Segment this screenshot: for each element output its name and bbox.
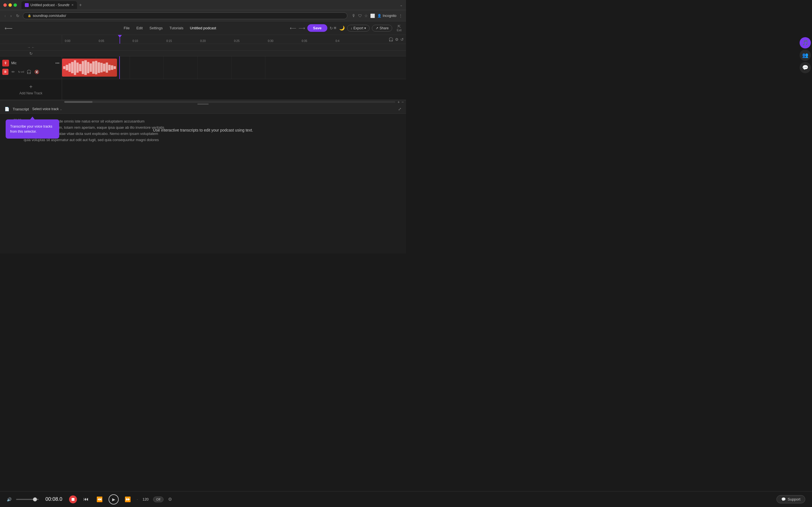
reload-button[interactable]: ↻ — [15, 13, 20, 18]
address-field[interactable]: 🔒 soundtrap.com/studio/ — [23, 12, 347, 19]
save-button[interactable]: Save — [307, 24, 327, 32]
add-track-label: Add New Track — [19, 91, 42, 95]
close-window-button[interactable] — [3, 3, 7, 7]
ruler-mark-6: 0:30 — [268, 40, 302, 43]
tooltip-triangle — [30, 117, 35, 119]
screenshot-icon[interactable]: ⬜ — [370, 13, 375, 18]
settings-icon[interactable]: ⚙ — [395, 37, 399, 42]
timeline-ruler[interactable]: 0:00 0:05 0:10 0:15 0:20 0:25 0:30 0:35 … — [62, 35, 384, 44]
playhead-track-line — [119, 56, 120, 79]
transcript-content-area[interactable]: 00:00 Sed ut perspiciatis unde omnis ist… — [0, 114, 406, 253]
add-track-plus-icon: + — [29, 83, 33, 90]
mute-button[interactable]: 🔇 — [34, 69, 40, 75]
ruler-mark-1: 0:05 — [99, 40, 133, 43]
download-icon: ↓ — [351, 26, 352, 30]
voice-track-selector[interactable]: Select voice track ⌄ — [32, 107, 62, 111]
transcript-panel: 📄 Transcript Select voice track ⌄ ⤢ Tran… — [0, 105, 406, 253]
waveform-bar — [74, 60, 76, 75]
repeat-icon[interactable]: ↻ — [29, 51, 33, 56]
grid-line — [231, 56, 232, 79]
ruler-marks: 0:00 0:05 0:10 0:15 0:20 0:25 0:30 0:35 … — [62, 35, 384, 44]
waveform-bar — [95, 61, 97, 75]
transcript-overlay-text: Use interactive transcripts to edit your… — [153, 128, 253, 132]
tab-close-button[interactable]: ✕ — [71, 3, 73, 6]
active-tab[interactable]: Untitled podcast - Soundtr ✕ — [21, 1, 77, 9]
share-icon: ↗ — [375, 26, 378, 30]
forward-button[interactable]: › — [9, 13, 13, 18]
browser-chevron-icon: ⌄ — [400, 3, 403, 7]
more-options-icon[interactable]: ⋮ — [399, 13, 403, 18]
incognito-button[interactable]: 👤 Incognito — [377, 14, 396, 18]
refresh-ruler-icon[interactable]: ↺ — [400, 37, 404, 42]
waveform-bar — [103, 64, 105, 71]
theme-light-icon[interactable]: ☀ — [333, 25, 337, 31]
track-timeline[interactable] — [62, 56, 406, 79]
theme-dark-icon[interactable]: 🌙 — [339, 25, 345, 31]
exit-area[interactable]: ⇱ Exit — [397, 24, 402, 32]
transcript-tab[interactable]: Transcript — [13, 107, 29, 111]
redo-button[interactable]: ⟶ — [299, 25, 305, 31]
app-toolbar: ⟵ File Edit Settings Tutorials ⟵ ⟶ Save … — [0, 21, 406, 35]
repeat-row: ↻ — [0, 51, 406, 56]
timeline-scrollbar[interactable] — [64, 101, 395, 103]
microphone-icon[interactable]: 🎙 — [352, 13, 356, 18]
waveform — [62, 60, 117, 75]
share-button[interactable]: ↗ Share — [372, 25, 392, 32]
toolbar-actions: ⟵ ⟶ Save ↻ — [290, 24, 333, 32]
tracks-area: 🎙 Mic ••• R ✏ ↻ vol 🎧 🔇 — [0, 56, 406, 79]
add-new-track-button[interactable]: + Add New Track — [0, 79, 62, 100]
settings-menu[interactable]: Settings — [149, 26, 163, 30]
back-button[interactable]: ‹ — [3, 13, 7, 18]
edit-menu[interactable]: Edit — [137, 26, 143, 30]
timeline-header: 0:00 0:05 0:10 0:15 0:20 0:25 0:30 0:35 … — [0, 35, 406, 44]
waveform-bar — [63, 66, 65, 69]
tab-favicon — [25, 3, 29, 7]
playhead-marker — [118, 35, 122, 38]
track-mic-icon[interactable]: 🎙 — [2, 60, 9, 66]
record-arm-button[interactable]: R — [2, 69, 8, 75]
track-header: 🎙 Mic ••• — [0, 57, 62, 68]
track-controls: 🎙 Mic ••• R ✏ ↻ vol 🎧 🔇 — [0, 56, 62, 79]
volume-control[interactable]: ↻ vol — [18, 70, 24, 73]
expand-panel-button[interactable]: ⤢ — [398, 107, 402, 111]
empty-timeline-area — [62, 79, 406, 100]
transcript-doc-icon: 📄 — [4, 107, 9, 111]
file-menu[interactable]: File — [124, 26, 130, 30]
ruler-mark-3: 0:15 — [166, 40, 200, 43]
star-icon[interactable]: ☆ — [364, 13, 368, 18]
tutorials-menu[interactable]: Tutorials — [169, 26, 183, 30]
waveform-bar — [92, 61, 94, 74]
new-tab-button[interactable]: + — [79, 3, 82, 8]
repeat-icon-area: ↻ — [0, 51, 62, 56]
ruler-mark-4: 0:20 — [200, 40, 234, 43]
waveform-bar — [71, 62, 73, 73]
waveform-bar — [111, 65, 113, 69]
address-bar-row: ‹ › ↻ 🔒 soundtrap.com/studio/ 🎙 🛡 ☆ ⬜ 👤 … — [0, 10, 406, 21]
back-to-dashboard-button[interactable]: ⟵ — [4, 25, 13, 32]
transcript-body: Transcribe your voice tracks from this s… — [0, 114, 406, 253]
headphone-solo-icon[interactable]: 🎧 — [26, 69, 32, 75]
export-chevron-icon: ▾ — [364, 26, 366, 30]
sync-button[interactable]: ↻ — [329, 26, 333, 31]
track-pencil-icon[interactable]: ✏ — [10, 69, 16, 75]
headphone-icon[interactable]: 🎧 — [389, 37, 393, 42]
vol-label: vol — [21, 70, 24, 73]
track-name: Mic — [11, 61, 17, 65]
grid-line — [197, 56, 198, 79]
voice-track-chevron-icon: ⌄ — [60, 108, 62, 111]
waveform-bar — [108, 65, 110, 70]
export-button[interactable]: ↓ Export ▾ — [347, 25, 370, 32]
track-more-button[interactable]: ••• — [55, 61, 59, 65]
tab-title: Untitled podcast - Soundtr — [31, 3, 70, 7]
waveform-bar — [90, 63, 92, 72]
ruler-mark-0: 0:00 — [65, 40, 99, 43]
audio-clip[interactable] — [62, 59, 117, 76]
minimize-window-button[interactable] — [8, 3, 12, 7]
project-title: Untitled podcast — [190, 26, 216, 30]
tab-bar: Untitled podcast - Soundtr ✕ + — [21, 1, 398, 9]
grid-line — [163, 56, 164, 79]
scrollbar-thumb[interactable] — [64, 101, 93, 103]
undo-button[interactable]: ⟵ — [290, 25, 296, 31]
maximize-window-button[interactable] — [13, 3, 17, 7]
loop-row: → ← — [0, 44, 406, 51]
